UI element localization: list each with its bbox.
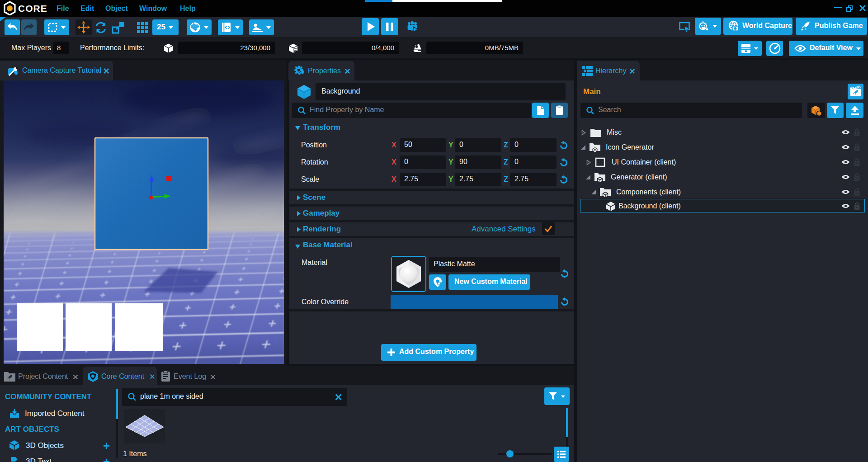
svg-text:CORE: CORE: [18, 3, 47, 14]
